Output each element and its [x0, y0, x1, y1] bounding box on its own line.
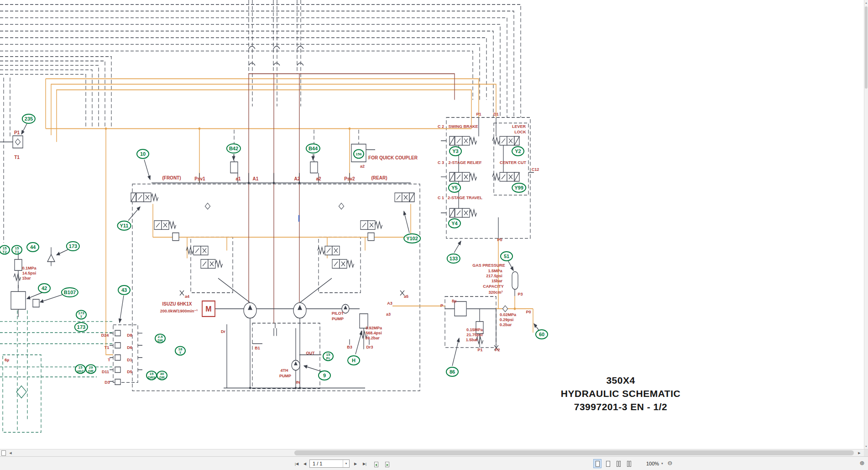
- previous-view-button[interactable]: [372, 459, 380, 468]
- previous-view-icon: [374, 462, 378, 467]
- scroll-up-icon[interactable]: ▲: [864, 0, 868, 5]
- first-page-button[interactable]: |◀: [293, 459, 301, 468]
- check-valve-diamonds: [15, 139, 507, 312]
- spring-symbols: [14, 137, 500, 343]
- title-block-doc-number: 73997201-3 EN - 1/2: [550, 400, 691, 413]
- drain-dashed-lines: [0, 311, 113, 433]
- title-block: 350X4 HYDRAULIC SCHEMATIC 73997201-3 EN …: [550, 374, 691, 413]
- two-page-cont-icon-right: [629, 461, 631, 467]
- horizontal-scrollbar-thumb[interactable]: [294, 450, 854, 455]
- previous-page-button[interactable]: ◀: [302, 459, 308, 468]
- callout-leader-arrows: [21, 124, 539, 371]
- block-outlines-dashed: [113, 117, 530, 391]
- page-dropdown-caret-icon[interactable]: ▼: [343, 460, 349, 467]
- scrollbar-corner: [864, 449, 868, 456]
- single-page-view-button[interactable]: [593, 459, 601, 468]
- hydraulic-schematic-drawing: [0, 0, 868, 449]
- two-page-cont-icon-left: [627, 461, 629, 467]
- last-page-button[interactable]: ▶|: [361, 459, 369, 468]
- next-page-button[interactable]: ▶: [352, 459, 359, 468]
- main-pressure-lines: [249, 74, 455, 323]
- page-indicator: 1 / 1: [310, 461, 343, 466]
- zoom-dropdown-caret-icon[interactable]: ▼: [661, 462, 664, 465]
- two-page-continuous-view-button[interactable]: [625, 459, 633, 468]
- next-view-icon: [385, 462, 389, 467]
- two-page-icon-left: [617, 461, 618, 467]
- top-routing-dashed-lines: [0, 0, 521, 243]
- zoom-level-value: 100%: [646, 461, 659, 466]
- horizontal-scrollbar[interactable]: ◀ ▶: [0, 449, 868, 456]
- document-page: P1T1(FRONT)Psv1a1A1A2a2Psv2(REAR)FOR QUI…: [0, 0, 868, 449]
- title-block-title: HYDRAULIC SCHEMATIC: [550, 387, 691, 400]
- continuous-view-button[interactable]: [604, 459, 612, 468]
- two-page-view-button[interactable]: [614, 459, 622, 468]
- pilot-junction-dots: [105, 127, 516, 310]
- engine-motor-symbol: [202, 301, 215, 317]
- suction-filter-icon: [16, 386, 26, 398]
- two-page-icon-right: [619, 461, 621, 467]
- title-block-model: 350X4: [550, 374, 691, 387]
- pump-flow-arrows: [248, 182, 347, 389]
- scroll-left-icon[interactable]: ◀: [7, 449, 14, 456]
- zoom-out-button[interactable]: ⊖: [666, 459, 674, 467]
- vertical-scrollbar-thumb[interactable]: [865, 6, 868, 89]
- single-page-icon: [596, 461, 600, 467]
- page-number-input[interactable]: 1 / 1 ▼: [309, 459, 350, 468]
- viewer-toolbar: |◀ ◀ 1 / 1 ▼ ▶ ▶| 100% ▼ ⊖ ⊕: [0, 456, 868, 470]
- next-view-button[interactable]: [383, 459, 391, 468]
- zoom-in-button[interactable]: ⊕: [858, 459, 866, 467]
- continuous-page-icon: [606, 461, 610, 467]
- zoom-level-dropdown[interactable]: 100% ▼: [637, 459, 664, 468]
- corner-page-icon[interactable]: [1, 450, 6, 456]
- scroll-down-icon[interactable]: ▼: [864, 444, 868, 449]
- vertical-scrollbar[interactable]: ▲ ▼: [864, 0, 868, 449]
- scroll-right-icon[interactable]: ▶: [856, 449, 863, 456]
- component-symbols: [11, 136, 519, 385]
